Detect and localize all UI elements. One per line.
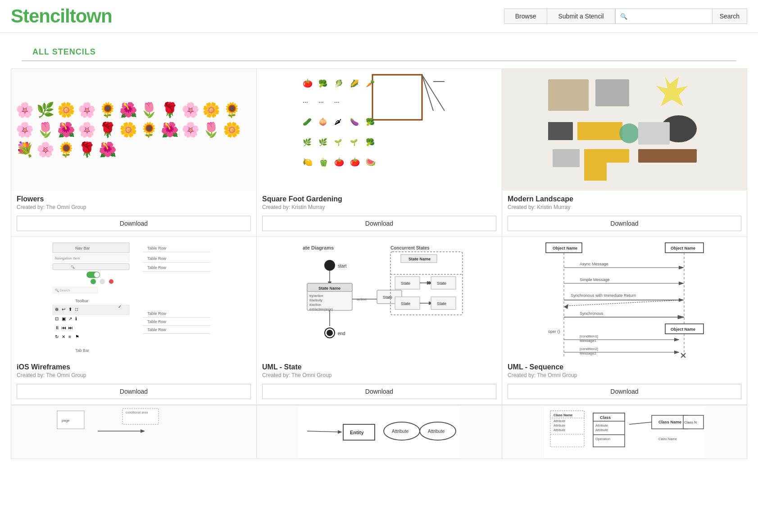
svg-text:end: end [338, 331, 345, 336]
svg-text:Message2: Message2 [580, 351, 596, 355]
ios-card-info: iOS Wireframes Created by: The Omni Grou… [11, 359, 256, 380]
search-input[interactable] [631, 9, 712, 23]
svg-text:Table Row: Table Row [147, 256, 167, 261]
svg-text:⬆: ⬆ [68, 307, 72, 312]
uml-state-preview-image: ate Diagrams start State Name try/action… [257, 237, 502, 359]
stencil-card-ios: Nav Bar Navigation Item 🔍 🔍 Search Toolb [11, 237, 256, 405]
ios-preview-image: Nav Bar Navigation Item 🔍 🔍 Search Toolb [11, 237, 256, 359]
svg-text:[condition2]: [condition2] [580, 347, 598, 351]
svg-text:□: □ [75, 307, 78, 312]
uml-sequence-download-button[interactable]: Download [508, 384, 741, 399]
svg-rect-158 [57, 411, 84, 429]
svg-point-34 [619, 123, 639, 143]
svg-text:Attribute: Attribute [554, 428, 565, 432]
svg-text:Message1: Message1 [580, 339, 596, 343]
flowers-card-info: Flowers Created by: The Omni Group [11, 191, 256, 212]
svg-rect-42 [53, 243, 129, 253]
svg-text:🫑: 🫑 [318, 157, 329, 167]
flowers-download-button[interactable]: Download [17, 216, 251, 231]
svg-text:State: State [437, 301, 446, 306]
svg-text:🥕: 🥕 [366, 79, 375, 88]
flowers-preview-image: 🌸 🌿 🌼 🌸 🌻 🌺 🌷 🌹 🌸 🌼 🌻 🌸 🌷 🌺 🌸 🌹 🌼 🌻 [11, 69, 256, 191]
svg-rect-75 [143, 252, 210, 252]
browse-button[interactable]: Browse [504, 9, 547, 24]
svg-text:⏸: ⏸ [55, 325, 59, 330]
svg-text:Object Name: Object Name [553, 246, 577, 250]
submit-stencil-button[interactable]: Submit a Stencil [547, 9, 615, 24]
svg-text:🌿: 🌿 [318, 138, 327, 146]
svg-text:Navigation Item: Navigation Item [55, 256, 80, 260]
svg-text:≡: ≡ [68, 334, 71, 339]
svg-point-104 [327, 330, 333, 336]
er-diagram-preview: page conditional area [11, 405, 256, 459]
logo[interactable]: Stenciltown [11, 5, 112, 27]
svg-text:Operation: Operation [595, 437, 610, 441]
svg-text:Synchronous: Synchronous [580, 311, 604, 316]
landscape-card-info: Modern Landscape Created by: Kristin Mur… [502, 191, 747, 212]
svg-text:ℹ: ℹ [75, 316, 77, 321]
uml-state-download-button[interactable]: Download [262, 384, 496, 399]
landscape-preview-image [502, 69, 747, 191]
class-diagram-preview: Class Name Attribute Attribute Attribute… [502, 405, 747, 459]
landscape-download-button[interactable]: Download [508, 216, 741, 231]
svg-point-49 [94, 272, 100, 277]
svg-rect-46 [53, 264, 129, 270]
svg-text:⏭: ⏭ [68, 325, 73, 330]
svg-text:✓: ✓ [118, 304, 122, 309]
svg-rect-37 [638, 149, 697, 163]
svg-text:State: State [401, 301, 410, 306]
stencil-card-flowers: 🌸 🌿 🌼 🌸 🌻 🌺 🌷 🌹 🌸 🌼 🌻 🌸 🌷 🌺 🌸 🌹 🌼 🌻 [11, 68, 256, 237]
svg-text:✕: ✕ [62, 334, 65, 339]
svg-text:↻: ↻ [55, 334, 59, 339]
search-button[interactable]: Search [712, 9, 747, 23]
svg-text:Attribute: Attribute [554, 419, 565, 423]
svg-text:🍅: 🍅 [334, 157, 345, 167]
svg-text:Toolbar: Toolbar [75, 299, 89, 303]
svg-text:Class Name: Class Name [658, 437, 677, 441]
ios-download-button[interactable]: Download [17, 384, 251, 399]
svg-text:Async Message: Async Message [580, 262, 608, 266]
svg-text:Concurrent States: Concurrent States [390, 246, 430, 250]
stencil-card-uml-sequence: Object Name Object Name Async Message Si… [502, 237, 747, 405]
svg-text:page: page [62, 418, 70, 423]
svg-rect-77 [143, 262, 210, 263]
svg-text:Attribute: Attribute [392, 429, 409, 434]
section-title: ALL STENCILS [22, 40, 736, 61]
svg-text:Attribute: Attribute [428, 429, 445, 434]
landscape-author: Created by: Kristin Murray [508, 204, 741, 210]
ios-author: Created by: The Omni Group [17, 372, 251, 378]
ios-title: iOS Wireframes [17, 363, 251, 371]
svg-text:🌶: 🌶 [334, 118, 341, 126]
svg-text:Table Row: Table Row [147, 319, 167, 324]
svg-rect-38 [553, 149, 580, 167]
svg-text:🥒: 🥒 [303, 118, 312, 126]
svg-text:oper (): oper () [548, 329, 560, 334]
svg-text:Attribute: Attribute [595, 428, 608, 432]
svg-text:it/activity: it/activity [309, 298, 322, 302]
search-container: 🔍 Search [615, 9, 747, 24]
svg-text:↩: ↩ [62, 307, 65, 312]
svg-rect-1 [372, 75, 422, 120]
svg-text:🥦: 🥦 [366, 138, 375, 146]
svg-text:🔍 Search: 🔍 Search [55, 288, 70, 292]
svg-text:State: State [437, 281, 446, 286]
uml-state-card-info: UML - State Created by: The Omni Group [257, 359, 502, 380]
svg-text:Synchronous with Immediate Ret: Synchronous with Immediate Return [571, 293, 636, 298]
svg-rect-32 [548, 122, 573, 140]
svg-text:🍅: 🍅 [303, 78, 313, 88]
svg-text:🍆: 🍆 [350, 118, 359, 126]
svg-text:State: State [383, 295, 392, 300]
svg-text:🍉: 🍉 [366, 157, 376, 167]
svg-text:Attribute: Attribute [595, 423, 608, 427]
svg-text:⊡: ⊡ [55, 316, 59, 321]
svg-text:Attribute: Attribute [554, 424, 565, 427]
search-icon: 🔍 [616, 9, 631, 23]
svg-text:conditional area: conditional area [126, 411, 148, 414]
svg-text:State Name: State Name [409, 257, 431, 261]
svg-text:🔍: 🔍 [71, 265, 75, 269]
svg-text:Object Name: Object Name [671, 246, 695, 250]
svg-text:Table Row: Table Row [147, 311, 167, 316]
garden-download-button[interactable]: Download [262, 216, 496, 231]
svg-text:🥦: 🥦 [366, 118, 375, 126]
svg-text:Table Row: Table Row [147, 246, 167, 250]
